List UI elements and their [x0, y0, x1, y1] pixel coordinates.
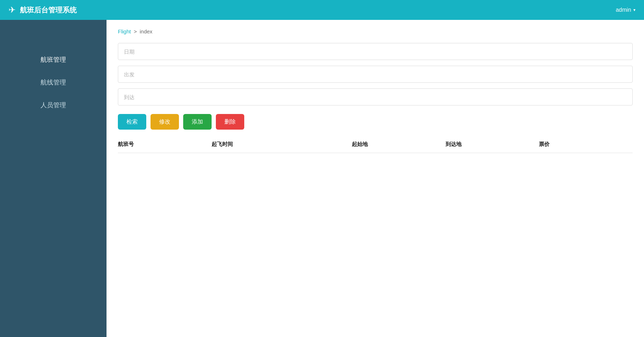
add-button[interactable]: 添加	[183, 114, 212, 130]
breadcrumb-link[interactable]: Flight	[118, 28, 131, 34]
main-content: Flight > index 检索 修改 添加 删除 航班号 起飞时间 起始地 …	[107, 20, 644, 337]
breadcrumb: Flight > index	[118, 28, 633, 34]
col-destination: 到达地	[446, 141, 539, 148]
admin-label: admin	[616, 7, 631, 13]
col-price: 票价	[539, 141, 633, 148]
sidebar-item-flight-mgmt[interactable]: 航班管理	[0, 48, 107, 71]
layout: 航班管理 航线管理 人员管理 Flight > index 检索 修改 添加 删…	[0, 20, 644, 337]
data-table: 航班号 起飞时间 起始地 到达地 票价	[118, 141, 633, 153]
app-header: ✈ 航班后台管理系统 admin ▾	[0, 0, 644, 20]
sidebar: 航班管理 航线管理 人员管理	[0, 20, 107, 337]
col-flight-no: 航班号	[118, 141, 212, 148]
col-origin: 起始地	[352, 141, 446, 148]
sidebar-item-staff-mgmt[interactable]: 人员管理	[0, 94, 107, 116]
header-left: ✈ 航班后台管理系统	[9, 5, 77, 15]
breadcrumb-separator: >	[134, 28, 137, 34]
arrival-input[interactable]	[118, 88, 633, 105]
search-form	[118, 43, 633, 105]
col-departure-time: 起飞时间	[212, 141, 352, 148]
plane-icon: ✈	[9, 5, 16, 15]
date-input[interactable]	[118, 43, 633, 60]
app-title: 航班后台管理系统	[20, 5, 77, 15]
sidebar-item-route-mgmt[interactable]: 航线管理	[0, 71, 107, 94]
admin-dropdown-icon[interactable]: ▾	[633, 7, 635, 12]
action-buttons: 检索 修改 添加 删除	[118, 114, 633, 130]
breadcrumb-current: index	[140, 28, 152, 34]
header-right: admin ▾	[616, 7, 635, 13]
departure-input[interactable]	[118, 66, 633, 83]
delete-button[interactable]: 删除	[216, 114, 244, 130]
edit-button[interactable]: 修改	[151, 114, 179, 130]
table-header: 航班号 起飞时间 起始地 到达地 票价	[118, 141, 633, 153]
search-button[interactable]: 检索	[118, 114, 146, 130]
